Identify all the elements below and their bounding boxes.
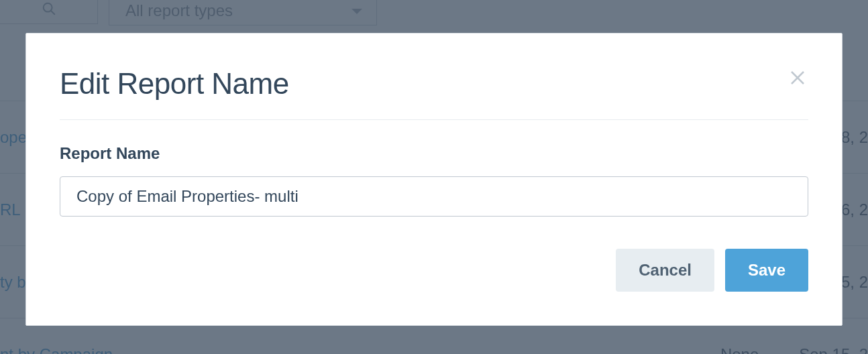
save-button[interactable]: Save xyxy=(725,249,808,292)
modal-body: Report Name xyxy=(60,144,808,217)
close-icon[interactable] xyxy=(787,67,808,91)
cancel-button[interactable]: Cancel xyxy=(616,249,714,292)
modal-footer: Cancel Save xyxy=(60,249,808,292)
modal-header: Edit Report Name xyxy=(60,67,808,120)
edit-report-name-modal: Edit Report Name Report Name Cancel Save xyxy=(25,33,843,326)
report-name-label: Report Name xyxy=(60,144,808,163)
report-name-input[interactable] xyxy=(60,176,808,217)
modal-title: Edit Report Name xyxy=(60,67,289,101)
